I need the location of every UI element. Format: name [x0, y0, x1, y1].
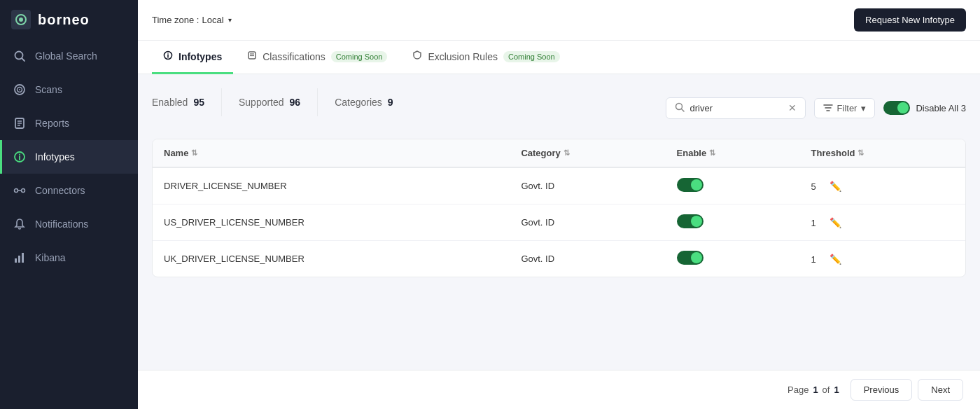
total-pages: 1 [834, 384, 839, 395]
svg-rect-17 [15, 258, 17, 263]
kibana-icon [13, 251, 27, 265]
row2-edit-icon[interactable]: ✏️ [830, 217, 841, 228]
stats-row: Enabled 95 Supported 96 Categories 9 [152, 88, 393, 116]
sidebar-label-infotypes: Infotypes [35, 151, 75, 162]
table-body: DRIVER_LICENSE_NUMBER Govt. ID 5 ✏️ [153, 167, 965, 277]
sidebar-item-connectors[interactable]: Connectors [0, 174, 138, 207]
table-row: UK_DRIVER_LICENSE_NUMBER Govt. ID 1 ✏️ [153, 241, 965, 277]
infotypes-tab-icon [163, 50, 173, 62]
infotypes-icon [13, 150, 27, 164]
sidebar-label-reports: Reports [35, 118, 69, 129]
exclusion-rules-badge: Coming Soon [503, 51, 560, 62]
toolbar-right: ✕ Filter ▾ Disable All 3 [666, 97, 966, 119]
row3-threshold: 1 ✏️ [800, 241, 965, 277]
sidebar-label-notifications: Notifications [35, 219, 88, 230]
row1-toggle[interactable] [677, 178, 704, 192]
current-page: 1 [813, 384, 818, 395]
sidebar-item-reports[interactable]: Reports [0, 106, 138, 140]
tab-classifications[interactable]: Classifications Coming Soon [236, 41, 398, 74]
stat-categories: Categories 9 [335, 97, 393, 108]
col-category[interactable]: Category ⇅ [510, 139, 665, 167]
row3-category: Govt. ID [510, 241, 665, 277]
toggle-knob [897, 102, 909, 113]
topbar: Time zone : Local ▾ Request New Infotype [138, 0, 980, 41]
notifications-icon [13, 217, 27, 231]
col-threshold[interactable]: Threshold ⇅ [800, 139, 965, 167]
row2-category: Govt. ID [510, 204, 665, 241]
next-button[interactable]: Next [918, 379, 963, 401]
svg-rect-18 [18, 256, 20, 263]
row2-threshold: 1 ✏️ [800, 204, 965, 241]
sidebar-label-kibana: Kibana [35, 252, 66, 263]
nav-menu: Global Search Scans Reports Infotypes Co [0, 39, 138, 409]
col-name[interactable]: Name ⇅ [153, 139, 510, 167]
timezone-caret-icon[interactable]: ▾ [228, 16, 232, 24]
category-sort-icon: ⇅ [564, 148, 570, 158]
sidebar-label-scans: Scans [35, 84, 62, 95]
search-clear-icon[interactable]: ✕ [788, 102, 797, 113]
toggle-switch[interactable] [883, 101, 910, 115]
table-row: DRIVER_LICENSE_NUMBER Govt. ID 5 ✏️ [153, 167, 965, 204]
svg-point-1 [19, 18, 23, 22]
logo-icon [11, 10, 31, 29]
sidebar: borneo Global Search Scans Reports Info [0, 0, 138, 409]
row2-toggle-knob [691, 216, 702, 227]
svg-rect-19 [22, 253, 24, 263]
row3-edit-icon[interactable]: ✏️ [830, 254, 841, 265]
row2-toggle[interactable] [677, 214, 704, 228]
previous-button[interactable]: Previous [850, 379, 913, 401]
logo-text: borneo [38, 12, 90, 28]
search-input[interactable] [690, 103, 783, 113]
tab-infotypes[interactable]: Infotypes [152, 41, 233, 74]
filter-button[interactable]: Filter ▾ [814, 98, 876, 118]
stat-supported-label: Supported [239, 97, 284, 108]
tab-exclusion-rules-label: Exclusion Rules [428, 51, 498, 62]
row1-enable [666, 167, 800, 204]
divider2 [317, 88, 318, 116]
stat-enabled: Enabled 95 [152, 97, 204, 108]
stat-enabled-value: 95 [193, 97, 204, 108]
sidebar-item-kibana[interactable]: Kibana [0, 241, 138, 275]
svg-point-13 [19, 154, 20, 155]
stat-enabled-label: Enabled [152, 97, 188, 108]
sidebar-item-scans[interactable]: Scans [0, 73, 138, 106]
svg-line-3 [22, 59, 25, 62]
name-sort-icon: ⇅ [191, 148, 197, 158]
timezone-display: Time zone : Local ▾ [152, 15, 232, 25]
tab-exclusion-rules[interactable]: Exclusion Rules Coming Soon [401, 41, 570, 74]
table-header: Name ⇅ Category ⇅ Enable [153, 139, 965, 167]
col-enable[interactable]: Enable ⇅ [666, 139, 800, 167]
sidebar-item-notifications[interactable]: Notifications [0, 207, 138, 241]
svg-line-27 [681, 109, 684, 111]
filter-caret-icon: ▾ [861, 103, 866, 113]
stat-categories-value: 9 [388, 97, 393, 108]
sidebar-item-infotypes[interactable]: Infotypes [0, 140, 138, 174]
enable-sort-icon: ⇅ [709, 148, 715, 158]
sidebar-item-global-search[interactable]: Global Search [0, 39, 138, 73]
disable-all-toggle[interactable]: Disable All 3 [883, 101, 966, 115]
main-content: Time zone : Local ▾ Request New Infotype… [138, 0, 980, 409]
row1-edit-icon[interactable]: ✏️ [830, 181, 841, 192]
classifications-badge: Coming Soon [331, 51, 388, 62]
search-box[interactable]: ✕ [666, 97, 806, 119]
svg-point-22 [167, 53, 169, 54]
search-icon [675, 102, 685, 114]
infotypes-table: Name ⇅ Category ⇅ Enable [152, 139, 966, 277]
row3-enable [666, 241, 800, 277]
stat-categories-label: Categories [335, 97, 382, 108]
row3-name: UK_DRIVER_LICENSE_NUMBER [153, 241, 510, 277]
request-new-infotype-button[interactable]: Request New Infotype [854, 8, 966, 32]
scans-icon [13, 83, 27, 97]
page-info: Page 1 of 1 [788, 384, 839, 395]
page-label: Page [788, 384, 808, 395]
connectors-icon [13, 183, 27, 197]
sidebar-label-connectors: Connectors [35, 185, 85, 196]
divider1 [221, 88, 222, 116]
tab-infotypes-label: Infotypes [178, 51, 222, 62]
row1-category: Govt. ID [510, 167, 665, 204]
svg-point-14 [15, 189, 18, 193]
tabs-bar: Infotypes Classifications Coming Soon Ex… [138, 41, 980, 74]
row3-toggle[interactable] [677, 251, 704, 265]
threshold-sort-icon: ⇅ [858, 148, 864, 158]
row3-toggle-knob [691, 252, 702, 263]
